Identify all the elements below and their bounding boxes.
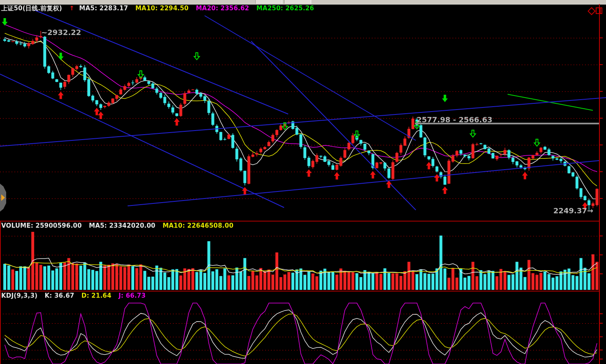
ma5-value: MA5: 2283.17: [79, 5, 128, 12]
ma250-value: MA250: 2625.26: [256, 5, 314, 12]
volume-ma10-value: MA10: 22646508.00: [163, 222, 233, 229]
strip-box: [255, 0, 282, 4]
right-arrow-icon: →: [587, 206, 593, 215]
volume-legend: VOLUME: 25900596.00 MA5: 23342020.00 MA1…: [1, 222, 238, 229]
ma10-value: MA10: 2294.50: [135, 5, 189, 12]
symbol-title: 上证50(日线.前复权): [1, 5, 62, 12]
split-window-icon[interactable]: [596, 7, 602, 14]
volume-panel-separator: [0, 221, 599, 222]
stock-app-window: 上证50(日线.前复权) ↑ MA5: 2283.17 MA10: 2294.5…: [0, 0, 606, 364]
kdj-legend: KDJ(9,3,3) K: 36.67 D: 21.64 J: 66.73: [1, 292, 151, 299]
kdj-d-value: D: 21.64: [82, 292, 112, 299]
kdj-k-value: K: 36.67: [45, 292, 75, 299]
peak-price-annotation: ~2932.22: [41, 28, 81, 37]
left-panel-border: [0, 221, 1, 364]
play-triangle-icon: [1, 194, 5, 201]
window-top-strip: [0, 0, 606, 5]
strip-box: [284, 0, 311, 4]
chart-canvas[interactable]: [0, 0, 606, 364]
low-price-annotation: 2249.37→: [553, 206, 593, 215]
main-chart-legend: 上证50(日线.前复权) ↑ MA5: 2283.17 MA10: 2294.5…: [1, 5, 319, 12]
split-line: [600, 8, 601, 13]
kdj-j-value: J: 66.73: [119, 292, 146, 299]
kdj-panel-separator: [0, 291, 599, 292]
right-panel-border: [599, 4, 600, 364]
gap-price-annotation: 2577.98 - 2566.63: [417, 115, 492, 124]
ma20-value: MA20: 2356.62: [196, 5, 249, 12]
volume-value: VOLUME: 25900596.00: [1, 222, 82, 229]
kdj-label: KDJ(9,3,3): [1, 292, 37, 299]
volume-ma5-value: MA5: 23342020.00: [89, 222, 155, 229]
up-arrow-icon: ↑: [69, 5, 75, 12]
